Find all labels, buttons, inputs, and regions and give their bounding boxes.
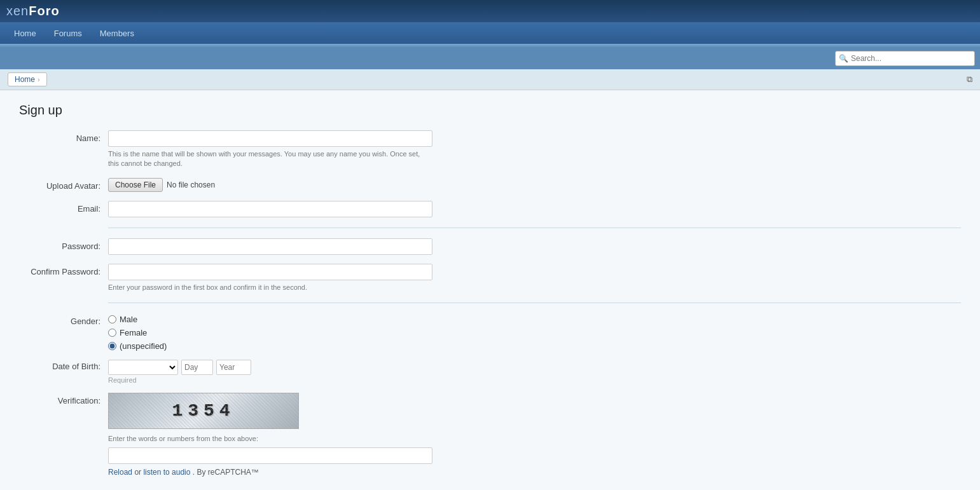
gender-female-label: Female (120, 328, 147, 337)
captcha-instruction: Enter the words or numbers from the box … (108, 434, 426, 444)
name-hint: This is the name that will be shown with… (108, 149, 426, 169)
name-label: Name: (19, 130, 108, 143)
logo-foro: Foro (29, 4, 59, 18)
verification-control: 1354 Enter the words or numbers from the… (108, 393, 439, 476)
dob-inputs: JanuaryFebruaryMarch AprilMayJune JulyAu… (108, 360, 439, 375)
captcha-listen-link[interactable]: listen to audio (143, 468, 190, 477)
nav-members[interactable]: Members (91, 24, 143, 43)
email-row: Email: (19, 201, 961, 217)
dob-month-select[interactable]: JanuaryFebruaryMarch AprilMayJune JulyAu… (108, 360, 178, 375)
name-control: This is the name that will be shown with… (108, 130, 439, 169)
dob-required: Required (108, 376, 439, 384)
upload-avatar-control: Choose File No file chosen (108, 178, 439, 192)
upload-avatar-label: Upload Avatar: (19, 178, 108, 191)
captcha-or: or (134, 468, 143, 477)
confirm-password-label: Confirm Password: (19, 264, 108, 276)
file-input-row: Choose File No file chosen (108, 178, 439, 192)
captcha-reload-link[interactable]: Reload (108, 468, 132, 477)
signup-form: Name: This is the name that will be show… (19, 130, 961, 477)
breadcrumb-home-label: Home (15, 75, 35, 84)
email-control (108, 201, 439, 217)
upload-avatar-row: Upload Avatar: Choose File No file chose… (19, 178, 961, 192)
captcha-suffix: . By reCAPTCHA™ (193, 468, 259, 477)
confirm-password-input[interactable] (108, 264, 432, 280)
search-icon: 🔍 (839, 54, 848, 63)
password-control (108, 238, 439, 255)
gender-unspecified-option[interactable]: (unspecified) (108, 341, 439, 351)
confirm-password-control: Enter your password in the first box and… (108, 264, 439, 292)
nav-home[interactable]: Home (5, 24, 45, 43)
main-content: Sign up Name: This is the name that will… (0, 90, 980, 490)
dob-year-input[interactable] (216, 360, 251, 375)
nav-forums[interactable]: Forums (45, 24, 91, 43)
search-input[interactable] (835, 51, 975, 66)
verification-label: Verification: (19, 393, 108, 405)
gender-row: Gender: Male Female (unspecified) (19, 313, 961, 351)
top-bar: xenForo (0, 0, 980, 22)
dob-label: Date of Birth: (19, 360, 108, 371)
breadcrumb-bar: Home › ⧉ (0, 69, 980, 90)
dob-day-input[interactable] (181, 360, 213, 375)
nav-bar: Home Forums Members (0, 22, 980, 44)
logo: xenForo (6, 4, 60, 18)
gender-male-label: Male (120, 315, 137, 324)
captcha-input[interactable] (108, 447, 432, 464)
gender-male-option[interactable]: Male (108, 315, 439, 324)
password-input[interactable] (108, 238, 432, 255)
email-label: Email: (19, 201, 108, 214)
gender-unspecified-radio[interactable] (108, 342, 116, 350)
expand-icon[interactable]: ⧉ (967, 74, 972, 85)
confirm-password-row: Confirm Password: Enter your password in… (19, 264, 961, 292)
logo-xen: xen (6, 4, 29, 18)
choose-file-button[interactable]: Choose File (108, 178, 163, 192)
gender-female-option[interactable]: Female (108, 328, 439, 337)
page-title: Sign up (19, 103, 961, 118)
breadcrumb-arrow: › (38, 76, 40, 83)
captcha-links: Reload or listen to audio . By reCAPTCHA… (108, 468, 439, 477)
email-input[interactable] (108, 201, 432, 217)
dob-row: Date of Birth: JanuaryFebruaryMarch Apri… (19, 360, 961, 384)
password-label: Password: (19, 238, 108, 251)
gender-radio-group: Male Female (unspecified) (108, 313, 439, 351)
no-file-text: No file chosen (167, 180, 215, 189)
gender-label: Gender: (19, 313, 108, 326)
divider-2 (108, 303, 961, 303)
breadcrumb-home[interactable]: Home › (8, 72, 47, 86)
search-bar-area: 🔍 (0, 48, 980, 69)
name-row: Name: This is the name that will be show… (19, 130, 961, 169)
password-hint: Enter your password in the first box and… (108, 283, 426, 292)
search-wrapper: 🔍 (835, 51, 975, 66)
dob-control: JanuaryFebruaryMarch AprilMayJune JulyAu… (108, 360, 439, 384)
captcha-image: 1354 (108, 393, 299, 429)
password-row: Password: (19, 238, 961, 255)
gender-male-radio[interactable] (108, 315, 116, 323)
captcha-noise (109, 393, 298, 428)
gender-female-radio[interactable] (108, 329, 116, 337)
divider-1 (108, 228, 961, 228)
gender-unspecified-label: (unspecified) (120, 341, 167, 351)
gender-control: Male Female (unspecified) (108, 313, 439, 351)
name-input[interactable] (108, 130, 432, 147)
verification-row: Verification: 1354 Enter the words or nu… (19, 393, 961, 476)
